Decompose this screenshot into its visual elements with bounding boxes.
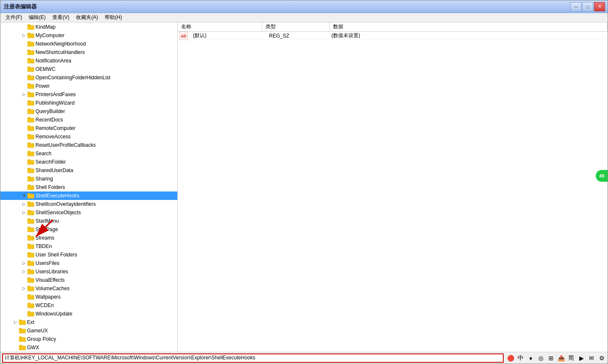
tree-node[interactable]: ▷ MyComputer <box>0 31 177 40</box>
expand-icon[interactable] <box>21 100 27 106</box>
folder-icon <box>27 167 34 173</box>
tree-node[interactable]: NewShortcutHandlers <box>0 48 177 57</box>
svg-rect-63 <box>27 278 34 283</box>
expand-icon[interactable] <box>21 133 27 140</box>
tree-node[interactable]: ▷ UsersFiles <box>0 259 177 267</box>
expand-icon[interactable]: ▷ <box>21 209 27 216</box>
svg-rect-36 <box>27 169 34 173</box>
tree-node[interactable]: Power <box>0 82 177 90</box>
expand-icon[interactable] <box>21 310 27 317</box>
tree-node[interactable]: RemoteComputer <box>0 124 177 132</box>
close-button[interactable]: ✕ <box>594 2 605 11</box>
tree-node[interactable]: Search <box>0 149 177 158</box>
tree-node[interactable]: OEMWC <box>0 65 177 73</box>
folder-icon <box>27 201 34 207</box>
tree-node[interactable]: Group Policy <box>0 335 177 343</box>
tree-node[interactable]: NetworkNeighborhood <box>0 40 177 48</box>
expand-icon[interactable] <box>21 142 27 148</box>
tree-node[interactable]: StartMenu <box>0 217 177 225</box>
expand-icon[interactable]: ▷ <box>21 285 27 292</box>
tree-node[interactable]: Sharing <box>0 175 177 183</box>
svg-rect-3 <box>27 24 30 26</box>
tree-node[interactable]: WCDEn <box>0 301 177 310</box>
expand-icon[interactable] <box>21 277 27 283</box>
expand-icon[interactable] <box>21 159 27 165</box>
expand-icon[interactable] <box>12 344 19 351</box>
tree-node[interactable]: StartPage <box>0 225 177 234</box>
expand-icon[interactable] <box>21 235 27 241</box>
tree-node[interactable]: SharedUserData <box>0 166 177 175</box>
tree-node[interactable]: ▷ PrintersAndFaxes <box>0 90 177 99</box>
expand-icon[interactable]: ▷ <box>21 91 27 98</box>
expand-icon[interactable] <box>21 167 27 174</box>
expand-icon[interactable]: ▷ <box>21 201 27 208</box>
menu-file[interactable]: 文件(F) <box>2 13 25 22</box>
tree-node-label: OpenContainingFolderHiddenList <box>35 75 110 81</box>
tree-node[interactable]: ▷ Ext <box>0 318 177 326</box>
expand-icon[interactable] <box>21 251 27 258</box>
minimize-button[interactable]: ─ <box>570 2 581 11</box>
tree-node[interactable]: ResetUserProfileCallbacks <box>0 141 177 149</box>
menu-edit[interactable]: 编辑(E) <box>25 13 49 22</box>
tree-node[interactable]: ▷ UsersLibraries <box>0 267 177 276</box>
expand-icon[interactable] <box>21 218 27 224</box>
tree-node[interactable]: VisualEffects <box>0 276 177 284</box>
svg-rect-67 <box>27 295 34 299</box>
menu-favorites[interactable]: 收藏夹(A) <box>73 13 101 22</box>
expand-icon[interactable] <box>12 336 19 342</box>
expand-icon[interactable] <box>21 226 27 233</box>
expand-icon[interactable] <box>21 184 27 191</box>
tree-node[interactable]: Streams <box>0 234 177 242</box>
tree-node[interactable]: Wallpapers <box>0 293 177 301</box>
expand-icon[interactable]: ▼ <box>21 192 27 199</box>
tree-node[interactable]: PublishingWizard <box>0 99 177 107</box>
expand-icon[interactable] <box>21 302 27 309</box>
menu-view[interactable]: 查看(V) <box>49 13 73 22</box>
expand-icon[interactable]: ▷ <box>12 319 19 326</box>
expand-icon[interactable] <box>21 116 27 123</box>
expand-icon[interactable] <box>21 243 27 250</box>
maximize-button[interactable]: □ <box>582 2 593 11</box>
expand-icon[interactable]: ▷ <box>21 32 27 39</box>
expand-icon[interactable] <box>21 150 27 157</box>
expand-icon[interactable] <box>21 294 27 300</box>
expand-icon[interactable] <box>21 24 27 30</box>
tree-node[interactable]: GameUX <box>0 326 177 335</box>
tree-node[interactable]: KindMap <box>0 23 177 31</box>
expand-icon[interactable] <box>21 125 27 132</box>
tree-node[interactable]: RemoveAccess <box>0 132 177 141</box>
svg-rect-22 <box>27 110 34 114</box>
menu-help[interactable]: 帮助(H) <box>101 13 125 22</box>
tree-node-label: OEMWC <box>35 66 55 72</box>
expand-icon[interactable]: ▷ <box>21 260 27 267</box>
reg-row[interactable]: ab(默认)REG_SZ(数值未设置) <box>178 32 608 40</box>
tree-node[interactable]: ▷ ShellServiceObjects <box>0 208 177 217</box>
expand-icon[interactable] <box>21 57 27 64</box>
tree-node[interactable]: ▷ VolumeCaches <box>0 284 177 293</box>
expand-icon[interactable] <box>21 66 27 73</box>
tree-node[interactable]: OpenContainingFolderHiddenList <box>0 73 177 82</box>
notification-bubble[interactable]: 49 <box>596 170 608 182</box>
tree-node[interactable]: QueryBuilder <box>0 107 177 116</box>
expand-icon[interactable] <box>21 40 27 47</box>
tree-node[interactable]: User Shell Folders <box>0 251 177 259</box>
tree-node-label: StartMenu <box>35 218 59 224</box>
tree-node[interactable]: GWX <box>0 343 177 352</box>
tree-node[interactable]: Shell Folders <box>0 183 177 191</box>
tree-node-label: Ext <box>27 319 34 325</box>
tree-node[interactable]: TBDEn <box>0 242 177 251</box>
expand-icon[interactable] <box>21 49 27 56</box>
expand-icon[interactable] <box>12 327 19 334</box>
tree-node[interactable]: WindowsUpdate <box>0 310 177 318</box>
tree-scroll[interactable]: HotPlugNotification KindMap▷ MyComputer … <box>0 22 177 352</box>
tree-node[interactable]: NotificationArea <box>0 57 177 65</box>
expand-icon[interactable] <box>21 74 27 81</box>
expand-icon[interactable] <box>21 175 27 182</box>
tree-node[interactable]: RecentDocs <box>0 116 177 124</box>
tree-node[interactable]: SearchFolder <box>0 158 177 166</box>
expand-icon[interactable]: ▷ <box>21 268 27 275</box>
expand-icon[interactable] <box>21 83 27 89</box>
expand-icon[interactable] <box>21 108 27 115</box>
tree-node[interactable]: ▷ ShellIconOverlayIdentifiers <box>0 200 177 208</box>
tree-node[interactable]: ▼ ShellExecuteHooks <box>0 191 177 200</box>
